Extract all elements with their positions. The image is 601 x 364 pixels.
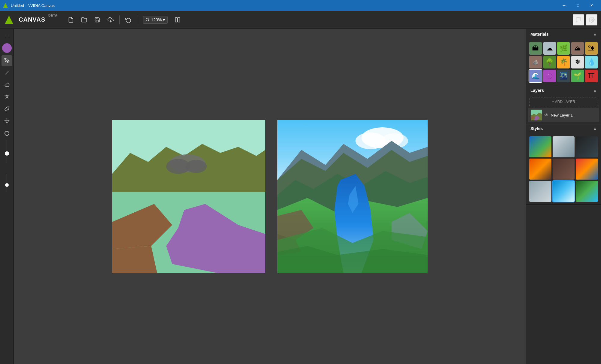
window-title: Untitled - NVIDIA Canvas: [11, 3, 557, 8]
style-item-8[interactable]: [553, 181, 575, 202]
temple-icon: ⛩: [585, 70, 598, 82]
close-button[interactable]: ✕: [585, 0, 599, 11]
layer-thumb-svg: [531, 110, 542, 120]
layers-label: Layers: [530, 88, 544, 93]
save-button[interactable]: [92, 14, 103, 26]
svg-point-8: [6, 60, 7, 61]
undo-button[interactable]: [123, 14, 134, 26]
material-green[interactable]: 🌱: [571, 70, 584, 82]
undo-icon: [125, 17, 131, 23]
style-item-7[interactable]: [529, 181, 551, 202]
material-mountain[interactable]: 🏔: [529, 42, 542, 55]
svg-marker-0: [3, 3, 8, 8]
line-tool[interactable]: [2, 67, 12, 78]
svg-point-7: [591, 19, 593, 20]
add-layer-label: + ADD LAYER: [552, 100, 575, 104]
layer-item[interactable]: 👁 New Layer 1: [528, 108, 599, 122]
photo-svg: [277, 120, 428, 273]
segmentation-canvas[interactable]: [112, 120, 265, 273]
layers-header[interactable]: Layers ▲: [526, 85, 601, 96]
material-grass[interactable]: 🌿: [557, 42, 570, 55]
brush-icon: [4, 58, 10, 63]
new-button[interactable]: [65, 14, 77, 26]
styles-section: Styles ▲: [526, 123, 601, 205]
style-item-1[interactable]: [529, 136, 551, 157]
materials-grid: 🏔 ☁ 🌿 ⛰ 🏜 🪨 🌳: [526, 40, 601, 85]
svg-line-9: [5, 71, 8, 74]
bush-icon: 🌳: [543, 56, 556, 68]
opacity-thumb: [5, 183, 9, 187]
material-bush[interactable]: 🌳: [543, 56, 556, 68]
eraser-tool[interactable]: [2, 79, 12, 90]
mountain2-icon: ⛰: [571, 42, 584, 55]
material-purple[interactable]: 🟣: [543, 70, 556, 82]
materials-section: Materials ▲ 🏔 ☁ 🌿 ⛰ 🏜: [526, 29, 601, 85]
maximize-button[interactable]: □: [571, 0, 585, 11]
materials-label: Materials: [530, 32, 549, 37]
zoom-control[interactable]: 120% ▾: [143, 16, 168, 24]
materials-header[interactable]: Materials ▲: [526, 29, 601, 40]
mountain-icon: 🏔: [529, 42, 542, 55]
left-sidebar: ⋮⋮: [0, 29, 14, 364]
svg-point-18: [186, 160, 207, 173]
style-item-2[interactable]: [553, 136, 575, 157]
segmentation-svg: [112, 120, 265, 273]
chat-button[interactable]: [573, 14, 584, 26]
purple-icon: 🟣: [543, 70, 556, 82]
main-area: ⋮⋮: [0, 29, 601, 364]
material-mountain2[interactable]: ⛰: [571, 42, 584, 55]
styles-grid: [526, 134, 601, 204]
material-dirt[interactable]: 🪨: [529, 56, 542, 68]
material-palm[interactable]: 🌴: [557, 56, 570, 68]
settings-button[interactable]: [586, 14, 597, 26]
material-water[interactable]: 🌊: [529, 70, 542, 82]
styles-header[interactable]: Styles ▲: [526, 123, 601, 134]
minimize-button[interactable]: ─: [557, 0, 571, 11]
style-item-6[interactable]: [576, 159, 598, 180]
toolbar-separator-2: [137, 15, 137, 24]
material-snow[interactable]: ❄: [571, 56, 584, 68]
material-night[interactable]: 🌃: [557, 70, 570, 82]
style-item-9[interactable]: [576, 181, 598, 202]
user-avatar[interactable]: [2, 43, 12, 53]
export-button[interactable]: [105, 14, 116, 26]
svg-point-3: [146, 18, 149, 21]
svg-marker-1: [5, 16, 13, 24]
style-item-3[interactable]: [576, 136, 598, 157]
style-item-5[interactable]: [553, 159, 575, 180]
photo-canvas[interactable]: [277, 120, 428, 273]
new-icon: [68, 17, 74, 23]
material-temple[interactable]: ⛩: [585, 70, 598, 82]
dropper-tool[interactable]: [2, 103, 12, 114]
material-water-light[interactable]: 💧: [585, 56, 598, 68]
style-item-4[interactable]: [529, 159, 551, 180]
app-title: CANVAS: [19, 16, 45, 23]
add-layer-button[interactable]: + ADD LAYER: [529, 98, 598, 106]
photo-panel: [277, 120, 428, 273]
styles-chevron: ▲: [593, 126, 597, 131]
layer-visibility-icon[interactable]: 👁: [544, 113, 548, 117]
desert-icon: 🏜: [585, 42, 598, 55]
layers-section: Layers ▲ + ADD LAYER 👁 New Layer 1: [526, 85, 601, 123]
grass-icon: 🌿: [557, 42, 570, 55]
water-light-icon: 💧: [585, 56, 598, 68]
palm-icon: 🌴: [557, 56, 570, 68]
move-tool[interactable]: [2, 115, 12, 126]
open-button[interactable]: [78, 14, 90, 26]
segmentation-panel: [112, 120, 265, 273]
compare-icon: [175, 17, 181, 23]
eyedropper-icon: [4, 106, 10, 111]
styles-label: Styles: [530, 126, 543, 131]
brush-tool[interactable]: [2, 55, 12, 66]
material-desert[interactable]: 🏜: [585, 42, 598, 55]
export-icon: [108, 17, 114, 23]
brush-size-slider[interactable]: [7, 139, 7, 163]
fill-tool[interactable]: [2, 91, 12, 102]
material-cloud[interactable]: ☁: [543, 42, 556, 55]
grid-dots: ⋮⋮: [2, 31, 12, 42]
compare-button[interactable]: [172, 14, 183, 26]
opacity-track[interactable]: [7, 174, 7, 192]
window-controls: ─ □ ✕: [557, 0, 599, 11]
zoom-level: 120%: [151, 17, 162, 22]
fill-icon: [4, 94, 10, 99]
